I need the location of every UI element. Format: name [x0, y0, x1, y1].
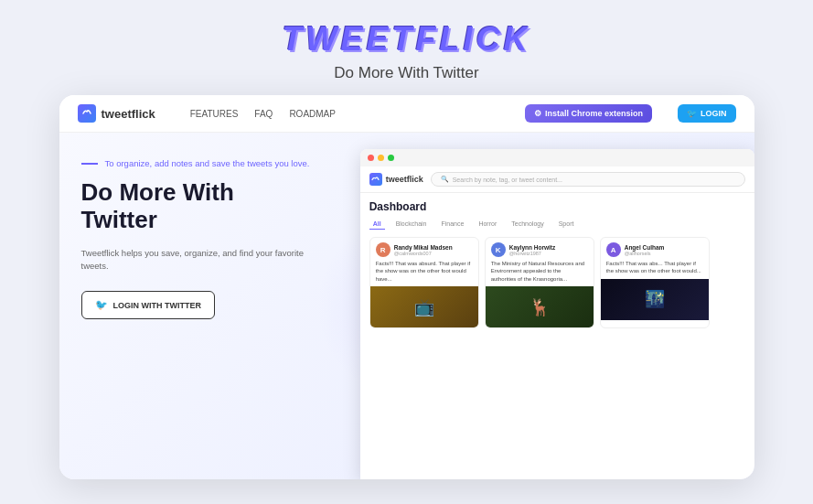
dashboard-logo-icon	[369, 173, 382, 186]
close-dot	[368, 155, 374, 161]
nav-link-roadmap[interactable]: ROADMAP	[289, 109, 336, 119]
dashboard-search[interactable]: 🔍 Search by note, tag, or tweet content.…	[431, 172, 745, 187]
card-2-header: K Kaylynn Horwitz @horwitz1987	[486, 238, 594, 260]
card-2-text: The Ministry of Natural Resources and En…	[486, 260, 594, 286]
card-3-header: A Angel Culham @allhorsels	[601, 238, 709, 260]
tweet-card-2[interactable]: K Kaylynn Horwitz @horwitz1987 The Minis…	[485, 237, 594, 328]
tab-all[interactable]: All	[369, 219, 385, 230]
hero-right: tweetflick 🔍 Search by note, tag, or twe…	[351, 133, 754, 479]
tab-finance[interactable]: Finance	[438, 219, 468, 230]
nav-logo: tweetflick	[78, 104, 155, 123]
nav-logo-icon	[78, 104, 96, 123]
hero-line-decoration	[81, 163, 98, 165]
main-card: tweetflick FEATURES FAQ ROADMAP ⚙ Instal…	[59, 95, 754, 479]
minimize-dot	[378, 155, 384, 161]
card-1-name: Randy Mikal Madsen	[394, 244, 453, 251]
card-3-text: Facts!!! That was abs... That player if …	[601, 260, 709, 279]
card-2-name: Kaylynn Horwitz	[509, 244, 556, 251]
card-1-header: R Randy Mikal Madsen @calmwords007	[370, 238, 478, 260]
nav-links: FEATURES FAQ ROADMAP	[190, 109, 336, 119]
hero-description: Tweetflick helps you save, organize, and…	[81, 247, 329, 273]
card-2-handle: @horwitz1987	[509, 251, 556, 256]
card-3-avatar: A	[606, 242, 621, 257]
hero-section: To organize, add notes and save the twee…	[59, 133, 754, 479]
tab-technology[interactable]: Technology	[508, 219, 547, 230]
nav-logo-text: tweetflick	[102, 107, 155, 121]
titlebar	[360, 149, 754, 166]
card-2-image: 🦌	[486, 286, 594, 327]
dashboard-content: Dashboard All Blockchain Finance Horror …	[360, 193, 754, 479]
twitter-icon: 🐦	[687, 109, 697, 118]
maximize-dot	[388, 155, 394, 161]
tweet-cards: R Randy Mikal Madsen @calmwords007 Facts…	[369, 237, 745, 328]
card-3-name: Angel Culham	[625, 244, 665, 251]
hero-title: Do More With Twitter	[81, 179, 329, 234]
twitter-btn-icon: 🐦	[95, 299, 108, 311]
card-1-text: Facts!!! That was absurd. That player if…	[370, 260, 478, 286]
dashboard-logo: tweetflick	[369, 173, 423, 186]
dashboard-nav: tweetflick 🔍 Search by note, tag, or twe…	[360, 166, 754, 193]
top-header: TWEETFLICK Do More With Twitter	[0, 0, 813, 95]
tweet-card-1[interactable]: R Randy Mikal Madsen @calmwords007 Facts…	[369, 237, 479, 328]
search-placeholder: Search by note, tag, or tweet content...	[453, 177, 562, 183]
card-1-user: Randy Mikal Madsen @calmwords007	[394, 244, 453, 256]
login-twitter-button[interactable]: 🐦 LOGIN WITH TWITTER	[81, 291, 215, 319]
app-logo: TWEETFLICK	[283, 20, 531, 59]
card-2-avatar: K	[491, 242, 506, 257]
card-2-user: Kaylynn Horwitz @horwitz1987	[509, 244, 556, 256]
search-icon: 🔍	[441, 176, 449, 183]
hero-subtitle: To organize, add notes and save the twee…	[105, 158, 310, 168]
hero-left: To organize, add notes and save the twee…	[59, 133, 351, 479]
card-1-handle: @calmwords007	[394, 251, 453, 256]
dashboard-preview: tweetflick 🔍 Search by note, tag, or twe…	[360, 149, 754, 479]
nav-link-features[interactable]: FEATURES	[190, 109, 239, 119]
inner-nav: tweetflick FEATURES FAQ ROADMAP ⚙ Instal…	[59, 95, 754, 133]
install-chrome-button[interactable]: ⚙ Install Chrome extension	[525, 104, 652, 123]
tweet-card-3[interactable]: A Angel Culham @allhorsels Facts!!! That…	[600, 237, 710, 328]
dashboard-logo-text: tweetflick	[386, 175, 423, 184]
card-3-handle: @allhorsels	[625, 251, 665, 256]
card-3-image: 🌃	[601, 279, 709, 320]
nav-login-button[interactable]: 🐦 LOGIN	[678, 104, 736, 123]
tab-sport[interactable]: Sport	[555, 219, 578, 230]
dashboard-tabs[interactable]: All Blockchain Finance Horror Technology…	[369, 219, 745, 230]
tab-horror[interactable]: Horror	[475, 219, 500, 230]
card-3-user: Angel Culham @allhorsels	[625, 244, 665, 256]
nav-link-faq[interactable]: FAQ	[254, 109, 273, 119]
hero-subtitle-line: To organize, add notes and save the twee…	[81, 158, 329, 168]
tab-blockchain[interactable]: Blockchain	[392, 219, 431, 230]
puzzle-icon: ⚙	[534, 109, 541, 118]
card-1-image: 📺	[370, 286, 478, 327]
app-tagline: Do More With Twitter	[334, 64, 478, 82]
dashboard-title: Dashboard	[369, 200, 745, 213]
card-1-avatar: R	[376, 242, 390, 257]
